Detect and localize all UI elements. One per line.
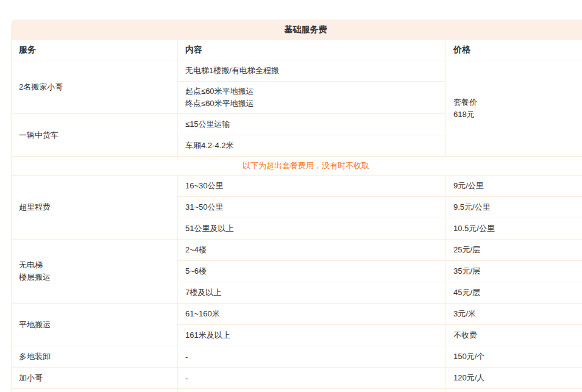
fee-table: 服务 内容 价格 2名搬家小哥 无电梯1楼搬/有电梯全程搬 套餐价 618元 起…	[11, 40, 582, 392]
table-row: 多地装卸 - 150元/个	[12, 346, 582, 368]
content-cell: 2~4楼	[178, 240, 446, 261]
service-cell-truck: 一辆中货车	[12, 114, 178, 157]
price-cell: 25元/层	[446, 240, 582, 261]
content-cell: 5~6楼	[178, 261, 446, 282]
service-cell-multi-stop: 多地装卸	[12, 346, 178, 368]
content-cell: 无电梯1楼搬/有电梯全程搬	[178, 60, 446, 82]
content-cell: 161米及以上	[178, 325, 446, 346]
content-cell: -	[178, 368, 446, 389]
content-cell: ≤15公里运输	[178, 114, 446, 135]
col-header-price: 价格	[446, 40, 582, 60]
card-title: 基础服务费	[285, 24, 327, 35]
base-service-fee-card: 基础服务费 服务 内容 价格 2名搬家小哥 无电梯1楼搬/有电梯全程搬 套餐价 …	[11, 20, 582, 392]
service-cell-extra-mover: 加小哥	[12, 368, 178, 389]
col-header-service: 服务	[12, 40, 178, 60]
table-row: 2名搬家小哥 无电梯1楼搬/有电梯全程搬 套餐价 618元	[12, 60, 582, 82]
content-cell: 31~50公里	[178, 197, 446, 218]
content-cell	[178, 389, 446, 392]
card-title-band: 基础服务费	[11, 20, 582, 40]
service-cell-flat-carry: 平地搬运	[12, 304, 178, 346]
service-cell-movers: 2名搬家小哥	[12, 60, 178, 114]
service-cell-stairs: 无电梯 楼层搬运	[12, 240, 178, 304]
table-row: 加小哥 - 120元/人	[12, 368, 582, 389]
content-cell: 7楼及以上	[178, 282, 446, 304]
content-cell: 51公里及以上	[178, 218, 446, 240]
price-cell	[446, 389, 582, 392]
price-cell: 150元/个	[446, 346, 582, 368]
extra-fee-note-row: 以下为超出套餐费用，没有时不收取	[12, 157, 582, 176]
price-cell: 3元/米	[446, 304, 582, 325]
price-cell: 35元/层	[446, 261, 582, 282]
package-price-cell: 套餐价 618元	[446, 60, 582, 157]
content-cell: 起点≤60米平地搬运 终点≤60米平地搬运	[178, 82, 446, 114]
service-cell-mileage: 超里程费	[12, 176, 178, 240]
col-header-content: 内容	[178, 40, 446, 60]
table-row: 平地搬运 61~160米 3元/米	[12, 304, 582, 325]
price-cell: 9元/公里	[446, 176, 582, 197]
content-cell: 16~30公里	[178, 176, 446, 197]
table-row-cutoff	[12, 389, 582, 392]
content-cell: 61~160米	[178, 304, 446, 325]
header-row: 服务 内容 价格	[12, 40, 582, 60]
content-cell: 车厢4.2-4.2米	[178, 135, 446, 157]
price-cell: 45元/层	[446, 282, 582, 304]
price-cell: 9.5元/公里	[446, 197, 582, 218]
table-row: 无电梯 楼层搬运 2~4楼 25元/层	[12, 240, 582, 261]
table-row: 超里程费 16~30公里 9元/公里	[12, 176, 582, 197]
service-cell	[12, 389, 178, 392]
content-cell: -	[178, 346, 446, 368]
extra-fee-note: 以下为超出套餐费用，没有时不收取	[12, 157, 582, 176]
price-cell: 120元/人	[446, 368, 582, 389]
price-cell: 10.5元/公里	[446, 218, 582, 240]
price-cell: 不收费	[446, 325, 582, 346]
